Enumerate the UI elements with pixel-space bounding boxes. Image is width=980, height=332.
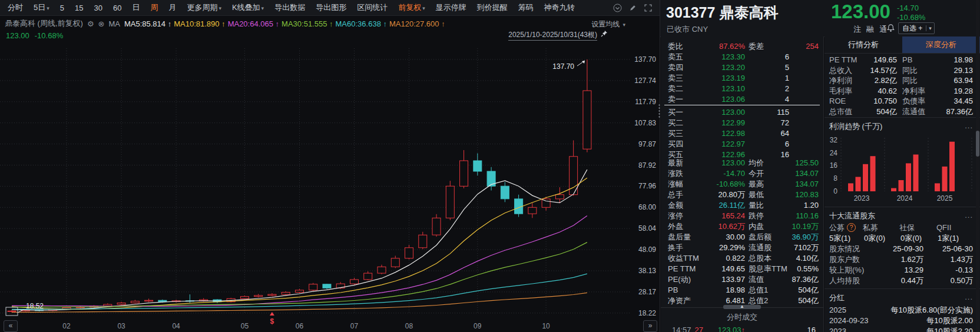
bid-row[interactable]: 买一123.00115: [661, 107, 823, 118]
ma-value-MA5: MA5:85.814 ↑: [124, 19, 171, 28]
date-range-link[interactable]: 2025/1/10-2025/10/31(43根): [508, 30, 597, 41]
analysis-row: 毛利率40.62净利率19.28: [825, 86, 980, 97]
toolbar-item-显示停牌[interactable]: 显示停牌: [431, 2, 472, 13]
ask-row[interactable]: 卖四123.205: [661, 62, 823, 73]
toolbar-item-5日[interactable]: 5日▾: [28, 2, 55, 13]
help-icon[interactable]: ?: [847, 223, 856, 232]
tab-deep-analysis[interactable]: 深度分析: [902, 36, 980, 53]
toolbar-item-区间统计[interactable]: 区间统计: [352, 2, 393, 13]
svg-text:48.09: 48.09: [638, 245, 656, 254]
toolbar-item-到价提醒[interactable]: 到价提醒: [472, 2, 513, 13]
stat-row: 金额26.11亿量比1.20: [661, 200, 823, 211]
ask-row[interactable]: 卖一123.064: [661, 94, 823, 105]
quote-stats: 最新123.00均价125.50涨跌-14.70今开134.07涨幅-10.68…: [661, 158, 823, 306]
period-toolbar: 分时5日▾5153060日周月更多周期▾K线叠加▾导出数据导出图形区间统计前复权…: [0, 0, 660, 16]
holder-row: 股东情况25-09-3025-06-30: [825, 244, 980, 254]
profit-trend-more[interactable]: ...: [965, 121, 973, 130]
svg-text:06: 06: [296, 322, 304, 330]
stat-row: 涨跌-14.70今开134.07: [661, 168, 823, 179]
tab-quote-analysis[interactable]: 行情分析: [825, 36, 902, 53]
alert-bell-icon[interactable]: [886, 24, 895, 34]
toolbar-item-5[interactable]: 5: [55, 4, 69, 12]
toolbar-item-60[interactable]: 60: [108, 4, 127, 12]
bid-row[interactable]: 买二122.9972: [661, 118, 823, 128]
scroll-left-button[interactable]: «: [4, 320, 18, 332]
toolbar-item-更多周期[interactable]: 更多周期▾: [181, 2, 227, 13]
weicha-value: 254: [806, 41, 819, 52]
svg-text:137.70: 137.70: [552, 62, 574, 71]
svg-text:18.52: 18.52: [26, 302, 44, 310]
stat-row: 外盘10.62万内盘10.19万: [661, 221, 823, 232]
bid-row[interactable]: 买四122.976: [661, 139, 823, 150]
chart-info-bar: 鼎泰高科 (周线,前复权) ⚙ ⊗ MA MA5:85.814 ↑MA10:81…: [0, 16, 660, 42]
svg-text:18.22: 18.22: [638, 309, 656, 317]
scroll-right-button[interactable]: »: [643, 320, 657, 332]
weibi-label: 委比: [668, 41, 683, 52]
market-status: 已收市 CNY: [667, 24, 708, 35]
scrollbar-track[interactable]: [976, 0, 979, 332]
holders-more[interactable]: ...: [965, 211, 973, 220]
svg-text:137.70: 137.70: [634, 55, 656, 64]
weicha-label: 委差: [749, 41, 764, 52]
toolbar-item-30[interactable]: 30: [88, 4, 107, 12]
collapse-circle-icon[interactable]: [612, 3, 622, 12]
toolbar-item-周[interactable]: 周: [145, 2, 163, 13]
ma-value-MA30: MA30:51.555 ↑: [282, 19, 333, 28]
chart-region: 分时5日▾5153060日周月更多周期▾K线叠加▾导出数据导出图形区间统计前复权…: [0, 0, 660, 332]
toolbar-item-月[interactable]: 月: [163, 2, 181, 13]
dividends-more[interactable]: ...: [965, 293, 973, 301]
svg-text:127.74: 127.74: [634, 77, 656, 85]
toolbar-item-筹码[interactable]: 筹码: [513, 2, 539, 13]
edit-icon[interactable]: [628, 3, 637, 12]
ma-settings-button[interactable]: 设置均线 ▾: [591, 19, 625, 29]
holders-table: 公募?私募社保QFII5家(1)0家(0)0家(0)1家(1)股东情况25-09…: [825, 223, 980, 286]
tape-title: 分时成交: [661, 312, 823, 323]
ask-row[interactable]: 卖三123.191: [661, 73, 823, 84]
tape-drag-handle[interactable]: ▲: [723, 305, 761, 309]
tag-融: 融: [866, 24, 875, 35]
svg-text:04: 04: [172, 322, 180, 330]
ma-info-row: 鼎泰高科 (周线,前复权) ⚙ ⊗ MA MA5:85.814 ↑MA10:81…: [5, 18, 448, 29]
fullscreen-icon[interactable]: [643, 3, 653, 12]
close-circle-icon[interactable]: ⊗: [98, 19, 105, 28]
toolbar-item-K线叠加[interactable]: K线叠加▾: [227, 2, 269, 13]
svg-text:05: 05: [241, 322, 249, 330]
profit-trend-chart[interactable]: 32241680202320242025: [825, 134, 980, 207]
up-arrow-icon: ↑: [741, 326, 746, 332]
stat-row: PE(动)133.97流值87.36亿: [661, 274, 823, 285]
ask-row[interactable]: 卖二123.102: [661, 84, 823, 94]
toolbar-item-前复权[interactable]: 前复权▾: [393, 2, 431, 13]
stat-row: 涨停165.24跌停110.16: [661, 211, 823, 221]
stat-row: 最新123.00均价125.50: [661, 158, 823, 168]
svg-text:87.92: 87.92: [638, 161, 656, 170]
stat-row: PB18.98总值1504亿: [661, 285, 823, 296]
dividend-row: 2024-09-23每10股派2.00: [825, 316, 980, 326]
toolbar-right-icons: [612, 3, 660, 12]
panel-resize-grip[interactable]: [658, 104, 660, 119]
bid-row[interactable]: 买三122.9864: [661, 128, 823, 139]
scrollbar-thumb[interactable]: [976, 131, 979, 157]
toolbar-item-导出图形[interactable]: 导出图形: [310, 2, 352, 13]
toolbar-item-15[interactable]: 15: [69, 4, 88, 12]
toolbar-item-分时[interactable]: 分时: [2, 2, 28, 13]
svg-text:2024: 2024: [897, 194, 913, 202]
svg-text:02: 02: [62, 322, 71, 330]
add-watchlist-button[interactable]: 自选 +▾: [898, 22, 935, 34]
analysis-row: 总收入14.57亿同比29.13: [825, 65, 980, 76]
svg-text:10: 10: [542, 322, 550, 330]
svg-text:24: 24: [830, 149, 838, 157]
toolbar-item-神奇九转[interactable]: 神奇九转: [539, 2, 580, 13]
kline-chart[interactable]: 137.70127.74117.79107.8397.8787.9277.966…: [0, 42, 660, 332]
ask-row[interactable]: 卖五123.306: [661, 52, 823, 62]
toolbar-item-日[interactable]: 日: [127, 2, 145, 13]
dividend-row: 2023每10股派2.20: [825, 326, 980, 332]
svg-text:68.00: 68.00: [638, 203, 656, 211]
gear-icon[interactable]: ⚙: [87, 19, 94, 28]
toolbar-item-导出数据[interactable]: 导出数据: [269, 2, 310, 13]
stat-row: 盘后量30.00盘后额36.90万: [661, 232, 823, 243]
quote-header: 301377 鼎泰高科 123.00 -14.70-10.68% 已收市 CNY…: [660, 0, 980, 37]
svg-text:117.79: 117.79: [635, 98, 656, 106]
weibi-value: 87.62%: [719, 41, 745, 52]
ma-value-MA60: MA60:36.638 ↑: [336, 19, 387, 28]
pin-icon[interactable]: [601, 30, 608, 39]
